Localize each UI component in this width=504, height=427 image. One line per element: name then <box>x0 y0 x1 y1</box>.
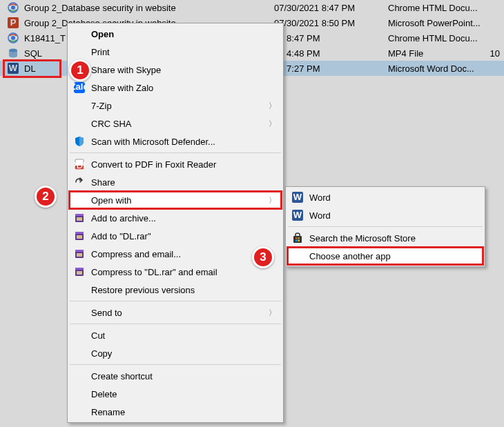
menu-item-print[interactable]: Print <box>69 43 282 61</box>
menu-item-delete[interactable]: Delete <box>69 385 282 403</box>
file-date: 21 4:48 PM <box>274 48 388 59</box>
menu-item-rename[interactable]: Rename <box>69 403 282 421</box>
menu-item-add-to-dl-rar[interactable]: Add to "DL.rar" <box>69 227 282 245</box>
word-icon: W <box>290 190 305 204</box>
menu-item-convert-to-pdf-in-foxit-reader[interactable]: PDF Convert to PDF in Foxit Reader <box>69 155 282 173</box>
submenu-arrow-icon: 〉 <box>269 195 276 206</box>
menu-item-label: Rename <box>91 407 276 417</box>
annotation-badge-3: 3 <box>252 246 274 268</box>
menu-item-search-the-microsoft-store[interactable]: Search the Microsoft Store <box>287 229 483 247</box>
menu-item-compress-to-dl-rar-and-email[interactable]: Compress to "DL.rar" and email <box>69 263 282 281</box>
open-with-submenu[interactable]: W Word W Word Search the Microsoft Store… <box>285 186 485 267</box>
menu-item-label: Cut <box>91 330 276 341</box>
pdf-icon: PDF <box>72 157 87 171</box>
svg-text:W: W <box>9 63 18 73</box>
svg-text:PDF: PDF <box>74 160 85 170</box>
shield-icon <box>72 135 87 148</box>
menu-item-label: Create shortcut <box>91 371 276 381</box>
menu-icon-empty <box>72 306 87 319</box>
rar-icon <box>72 247 87 261</box>
file-date: 07/30/2021 8:47 PM <box>274 3 388 13</box>
menu-separator <box>70 324 281 324</box>
menu-item-label: Share with Skype <box>91 65 276 75</box>
menu-item-label: Choose another app <box>309 251 478 261</box>
submenu-arrow-icon: 〉 <box>269 119 276 129</box>
html-icon <box>7 1 19 14</box>
share-icon <box>72 175 87 189</box>
svg-rect-33 <box>295 237 298 239</box>
menu-icon-empty <box>72 193 87 207</box>
menu-item-label: Add to archive... <box>91 213 276 224</box>
menu-item-crc-sha[interactable]: CRC SHA 〉 <box>69 115 282 132</box>
file-type: MP4 File <box>388 48 483 59</box>
html-icon <box>7 32 19 44</box>
menu-item-word[interactable]: W Word <box>287 188 483 206</box>
menu-icon-empty <box>72 387 87 401</box>
menu-item-open[interactable]: Open <box>69 25 282 43</box>
svg-rect-27 <box>77 271 82 275</box>
menu-item-cut[interactable]: Cut <box>69 326 282 344</box>
svg-text:P: P <box>10 17 17 28</box>
svg-text:W: W <box>293 210 302 220</box>
menu-item-share[interactable]: Share <box>69 173 282 191</box>
zalo-icon: Zalo <box>72 81 87 95</box>
menu-item-label: Restore previous versions <box>91 285 276 295</box>
menu-item-label: Scan with Microsoft Defender... <box>91 137 276 147</box>
file-name: Group 2_Database security in website <box>24 3 274 13</box>
svg-text:W: W <box>293 192 302 202</box>
menu-separator <box>70 364 281 365</box>
menu-item-copy[interactable]: Copy <box>69 344 282 362</box>
menu-item-label: Copy <box>91 348 276 359</box>
menu-item-add-to-archive[interactable]: Add to archive... <box>69 209 282 227</box>
menu-item-label: Send to <box>91 308 276 318</box>
sql-icon <box>7 47 19 59</box>
menu-separator <box>70 301 281 301</box>
submenu-arrow-icon: 〉 <box>269 308 276 318</box>
menu-item-label: Open <box>91 29 276 39</box>
menu-item-share-with-zalo[interactable]: Zalo Share with Zalo <box>69 79 282 97</box>
svg-text:Zalo: Zalo <box>74 82 85 92</box>
svg-rect-17 <box>75 214 84 216</box>
file-date: 21 7:27 PM <box>274 63 388 74</box>
menu-item-share-with-skype[interactable]: S Share with Skype <box>69 61 282 79</box>
menu-item-label: Convert to PDF in Foxit Reader <box>91 159 276 170</box>
svg-point-5 <box>11 36 15 40</box>
word-icon: W <box>290 208 305 222</box>
file-date: 21 8:47 PM <box>274 33 388 43</box>
menu-item-label: Word <box>309 192 478 203</box>
menu-item-7-zip[interactable]: 7-Zip 〉 <box>69 97 282 115</box>
menu-item-send-to[interactable]: Send to 〉 <box>69 304 282 321</box>
svg-rect-20 <box>75 232 84 234</box>
menu-icon-empty <box>72 117 87 130</box>
svg-rect-18 <box>77 217 82 221</box>
menu-item-create-shortcut[interactable]: Create shortcut <box>69 367 282 385</box>
menu-icon-empty <box>72 369 87 383</box>
file-date: 07/30/2021 8:50 PM <box>274 18 388 28</box>
menu-item-scan-with-microsoft-defender[interactable]: Scan with Microsoft Defender... <box>69 132 282 150</box>
menu-icon-empty <box>72 283 87 297</box>
menu-item-restore-previous-versions[interactable]: Restore previous versions <box>69 281 282 299</box>
menu-item-label: 7-Zip <box>91 101 276 111</box>
menu-icon-empty <box>72 346 87 360</box>
context-menu[interactable]: Open Print S Share with Skype Zalo Share… <box>67 23 284 423</box>
menu-item-choose-another-app[interactable]: Choose another app <box>287 247 483 265</box>
annotation-badge-2: 2 <box>35 186 57 208</box>
menu-item-open-with[interactable]: Open with 〉 <box>69 191 282 209</box>
file-type: Chrome HTML Docu... <box>388 33 483 43</box>
menu-item-compress-and-email[interactable]: Compress and email... <box>69 245 282 263</box>
menu-item-label: Share with Zalo <box>91 83 276 93</box>
menu-icon-empty <box>72 45 87 59</box>
menu-icon-empty <box>72 405 87 419</box>
file-type: Chrome HTML Docu... <box>388 3 483 13</box>
rar-icon <box>72 265 87 279</box>
svg-rect-26 <box>75 268 84 270</box>
menu-item-label: Print <box>91 47 276 57</box>
menu-item-word[interactable]: W Word <box>287 206 483 224</box>
svg-rect-35 <box>295 240 298 242</box>
menu-item-label: Search the Microsoft Store <box>309 233 478 244</box>
menu-item-label: CRC SHA <box>91 119 276 129</box>
file-row[interactable]: Group 2_Database security in website 07/… <box>0 0 504 15</box>
rar-icon <box>72 211 87 225</box>
svg-rect-32 <box>293 236 302 243</box>
submenu-arrow-icon: 〉 <box>269 101 276 111</box>
